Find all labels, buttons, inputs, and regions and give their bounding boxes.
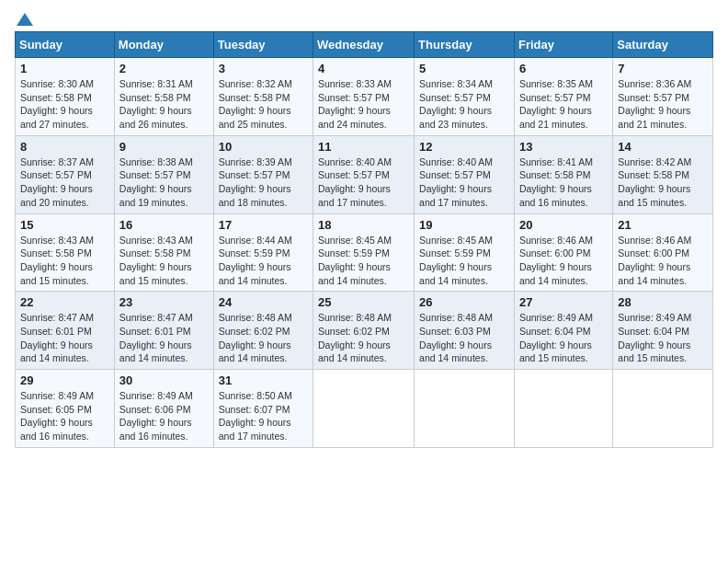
calendar-cell: 19Sunrise: 8:45 AMSunset: 5:59 PMDayligh… bbox=[415, 213, 515, 292]
day-detail: Sunrise: 8:49 AMSunset: 6:06 PMDaylight:… bbox=[119, 389, 209, 443]
logo-triangle-icon bbox=[17, 11, 33, 28]
calendar-cell: 18Sunrise: 8:45 AMSunset: 5:59 PMDayligh… bbox=[313, 213, 415, 292]
day-detail: Sunrise: 8:42 AMSunset: 5:58 PMDaylight:… bbox=[618, 155, 708, 210]
day-detail: Sunrise: 8:45 AMSunset: 5:59 PMDaylight:… bbox=[318, 234, 409, 288]
day-number: 2 bbox=[119, 62, 209, 75]
day-detail: Sunrise: 8:45 AMSunset: 5:59 PMDaylight:… bbox=[419, 234, 509, 288]
calendar-cell: 25Sunrise: 8:48 AMSunset: 6:02 PMDayligh… bbox=[313, 292, 415, 370]
calendar-cell: 24Sunrise: 8:48 AMSunset: 6:02 PMDayligh… bbox=[213, 292, 313, 370]
column-header-sunday: Sunday bbox=[16, 32, 115, 58]
day-detail: Sunrise: 8:33 AMSunset: 5:57 PMDaylight:… bbox=[318, 77, 409, 132]
calendar-cell bbox=[613, 370, 713, 448]
day-detail: Sunrise: 8:49 AMSunset: 6:04 PMDaylight:… bbox=[618, 311, 708, 365]
day-number: 4 bbox=[318, 62, 409, 75]
day-number: 30 bbox=[119, 373, 209, 387]
day-detail: Sunrise: 8:32 AMSunset: 5:58 PMDaylight:… bbox=[219, 77, 308, 132]
day-detail: Sunrise: 8:30 AMSunset: 5:58 PMDaylight:… bbox=[20, 77, 109, 132]
day-number: 25 bbox=[318, 295, 409, 309]
day-detail: Sunrise: 8:36 AMSunset: 5:57 PMDaylight:… bbox=[618, 77, 708, 132]
day-number: 17 bbox=[219, 218, 308, 232]
day-detail: Sunrise: 8:46 AMSunset: 6:00 PMDaylight:… bbox=[519, 234, 608, 288]
calendar-cell: 29Sunrise: 8:49 AMSunset: 6:05 PMDayligh… bbox=[16, 370, 115, 448]
logo bbox=[15, 15, 33, 28]
calendar-cell: 21Sunrise: 8:46 AMSunset: 6:00 PMDayligh… bbox=[613, 213, 713, 292]
day-number: 13 bbox=[519, 140, 608, 154]
calendar-cell: 5Sunrise: 8:34 AMSunset: 5:57 PMDaylight… bbox=[415, 58, 515, 136]
calendar-cell: 15Sunrise: 8:43 AMSunset: 5:58 PMDayligh… bbox=[16, 213, 115, 292]
calendar-cell: 11Sunrise: 8:40 AMSunset: 5:57 PMDayligh… bbox=[313, 135, 415, 213]
day-number: 14 bbox=[618, 140, 708, 154]
calendar-cell: 14Sunrise: 8:42 AMSunset: 5:58 PMDayligh… bbox=[613, 135, 713, 213]
day-number: 3 bbox=[219, 62, 308, 75]
calendar-cell bbox=[313, 370, 415, 448]
day-detail: Sunrise: 8:43 AMSunset: 5:58 PMDaylight:… bbox=[119, 234, 209, 288]
day-detail: Sunrise: 8:48 AMSunset: 6:02 PMDaylight:… bbox=[318, 311, 409, 365]
day-number: 7 bbox=[618, 62, 708, 75]
day-number: 31 bbox=[219, 373, 308, 387]
day-detail: Sunrise: 8:46 AMSunset: 6:00 PMDaylight:… bbox=[618, 234, 708, 288]
calendar-cell: 10Sunrise: 8:39 AMSunset: 5:57 PMDayligh… bbox=[213, 135, 313, 213]
day-detail: Sunrise: 8:40 AMSunset: 5:57 PMDaylight:… bbox=[318, 155, 409, 210]
day-detail: Sunrise: 8:31 AMSunset: 5:58 PMDaylight:… bbox=[119, 77, 209, 132]
day-number: 15 bbox=[20, 218, 109, 232]
day-detail: Sunrise: 8:43 AMSunset: 5:58 PMDaylight:… bbox=[20, 234, 109, 288]
calendar-cell: 1Sunrise: 8:30 AMSunset: 5:58 PMDaylight… bbox=[16, 58, 115, 136]
calendar-cell: 23Sunrise: 8:47 AMSunset: 6:01 PMDayligh… bbox=[114, 292, 213, 370]
calendar-header-row: SundayMondayTuesdayWednesdayThursdayFrid… bbox=[16, 32, 713, 58]
day-number: 6 bbox=[519, 62, 608, 75]
day-number: 16 bbox=[119, 218, 209, 232]
calendar-cell: 4Sunrise: 8:33 AMSunset: 5:57 PMDaylight… bbox=[313, 58, 415, 136]
calendar-cell bbox=[415, 370, 515, 448]
calendar-cell bbox=[514, 370, 612, 448]
day-detail: Sunrise: 8:49 AMSunset: 6:05 PMDaylight:… bbox=[20, 389, 109, 443]
calendar-week-row: 22Sunrise: 8:47 AMSunset: 6:01 PMDayligh… bbox=[16, 292, 713, 370]
calendar-cell: 20Sunrise: 8:46 AMSunset: 6:00 PMDayligh… bbox=[514, 213, 612, 292]
day-number: 5 bbox=[419, 62, 509, 75]
day-detail: Sunrise: 8:49 AMSunset: 6:04 PMDaylight:… bbox=[519, 311, 608, 365]
calendar-cell: 30Sunrise: 8:49 AMSunset: 6:06 PMDayligh… bbox=[114, 370, 213, 448]
day-number: 21 bbox=[618, 218, 708, 232]
calendar-week-row: 29Sunrise: 8:49 AMSunset: 6:05 PMDayligh… bbox=[16, 370, 713, 448]
day-number: 20 bbox=[519, 218, 608, 232]
day-detail: Sunrise: 8:35 AMSunset: 5:57 PMDaylight:… bbox=[519, 77, 608, 132]
day-detail: Sunrise: 8:48 AMSunset: 6:02 PMDaylight:… bbox=[219, 311, 308, 365]
calendar-week-row: 15Sunrise: 8:43 AMSunset: 5:58 PMDayligh… bbox=[16, 213, 713, 292]
calendar-cell: 17Sunrise: 8:44 AMSunset: 5:59 PMDayligh… bbox=[213, 213, 313, 292]
calendar-cell: 7Sunrise: 8:36 AMSunset: 5:57 PMDaylight… bbox=[613, 58, 713, 136]
day-number: 9 bbox=[119, 140, 209, 154]
calendar-cell: 16Sunrise: 8:43 AMSunset: 5:58 PMDayligh… bbox=[114, 213, 213, 292]
calendar-cell: 6Sunrise: 8:35 AMSunset: 5:57 PMDaylight… bbox=[514, 58, 612, 136]
calendar-cell: 31Sunrise: 8:50 AMSunset: 6:07 PMDayligh… bbox=[213, 370, 313, 448]
day-detail: Sunrise: 8:48 AMSunset: 6:03 PMDaylight:… bbox=[419, 311, 509, 365]
calendar-body: 1Sunrise: 8:30 AMSunset: 5:58 PMDaylight… bbox=[16, 58, 713, 448]
day-number: 8 bbox=[20, 140, 109, 154]
calendar-cell: 3Sunrise: 8:32 AMSunset: 5:58 PMDaylight… bbox=[213, 58, 313, 136]
day-number: 27 bbox=[519, 295, 608, 309]
day-number: 10 bbox=[219, 140, 308, 154]
column-header-friday: Friday bbox=[514, 32, 612, 58]
day-detail: Sunrise: 8:50 AMSunset: 6:07 PMDaylight:… bbox=[219, 389, 308, 443]
calendar-cell: 22Sunrise: 8:47 AMSunset: 6:01 PMDayligh… bbox=[16, 292, 115, 370]
day-number: 19 bbox=[419, 218, 509, 232]
day-detail: Sunrise: 8:47 AMSunset: 6:01 PMDaylight:… bbox=[119, 311, 209, 365]
calendar-cell: 8Sunrise: 8:37 AMSunset: 5:57 PMDaylight… bbox=[16, 135, 115, 213]
day-number: 23 bbox=[119, 295, 209, 309]
day-number: 29 bbox=[20, 373, 109, 387]
calendar-cell: 27Sunrise: 8:49 AMSunset: 6:04 PMDayligh… bbox=[514, 292, 612, 370]
day-number: 22 bbox=[20, 295, 109, 309]
day-number: 24 bbox=[219, 295, 308, 309]
calendar-cell: 26Sunrise: 8:48 AMSunset: 6:03 PMDayligh… bbox=[415, 292, 515, 370]
day-number: 18 bbox=[318, 218, 409, 232]
day-detail: Sunrise: 8:40 AMSunset: 5:57 PMDaylight:… bbox=[419, 155, 509, 210]
day-number: 1 bbox=[20, 62, 109, 75]
day-detail: Sunrise: 8:44 AMSunset: 5:59 PMDaylight:… bbox=[219, 234, 308, 288]
svg-marker-0 bbox=[17, 13, 33, 26]
day-detail: Sunrise: 8:39 AMSunset: 5:57 PMDaylight:… bbox=[219, 155, 308, 210]
calendar-cell: 28Sunrise: 8:49 AMSunset: 6:04 PMDayligh… bbox=[613, 292, 713, 370]
day-number: 12 bbox=[419, 140, 509, 154]
day-detail: Sunrise: 8:41 AMSunset: 5:58 PMDaylight:… bbox=[519, 155, 608, 210]
calendar-cell: 2Sunrise: 8:31 AMSunset: 5:58 PMDaylight… bbox=[114, 58, 213, 136]
calendar-week-row: 1Sunrise: 8:30 AMSunset: 5:58 PMDaylight… bbox=[16, 58, 713, 136]
calendar-cell: 13Sunrise: 8:41 AMSunset: 5:58 PMDayligh… bbox=[514, 135, 612, 213]
day-detail: Sunrise: 8:37 AMSunset: 5:57 PMDaylight:… bbox=[20, 155, 109, 210]
